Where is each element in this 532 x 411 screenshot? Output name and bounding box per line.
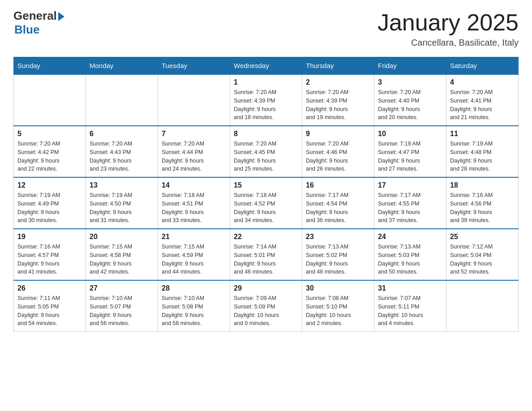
calendar-cell: 19Sunrise: 7:16 AM Sunset: 4:57 PM Dayli… <box>14 229 86 280</box>
day-number: 11 <box>450 130 515 138</box>
day-info: Sunrise: 7:14 AM Sunset: 5:01 PM Dayligh… <box>234 243 298 276</box>
calendar-cell: 25Sunrise: 7:12 AM Sunset: 5:04 PM Dayli… <box>446 229 519 280</box>
day-number: 25 <box>450 233 515 241</box>
day-info: Sunrise: 7:10 AM Sunset: 5:07 PM Dayligh… <box>90 294 154 328</box>
calendar-cell: 13Sunrise: 7:19 AM Sunset: 4:50 PM Dayli… <box>86 177 158 229</box>
calendar-cell: 27Sunrise: 7:10 AM Sunset: 5:07 PM Dayli… <box>86 280 158 332</box>
day-number: 7 <box>162 130 226 138</box>
calendar-day-header: Thursday <box>302 57 374 75</box>
day-info: Sunrise: 7:13 AM Sunset: 5:03 PM Dayligh… <box>378 243 442 276</box>
day-number: 31 <box>378 284 442 292</box>
month-title: January 2025 <box>378 9 519 36</box>
day-info: Sunrise: 7:20 AM Sunset: 4:41 PM Dayligh… <box>450 88 515 122</box>
day-info: Sunrise: 7:16 AM Sunset: 4:56 PM Dayligh… <box>450 191 515 225</box>
title-section: January 2025 Cancellara, Basilicate, Ita… <box>378 9 519 48</box>
calendar-cell: 2Sunrise: 7:20 AM Sunset: 4:39 PM Daylig… <box>302 74 374 126</box>
day-info: Sunrise: 7:20 AM Sunset: 4:46 PM Dayligh… <box>306 140 370 173</box>
day-number: 4 <box>450 78 515 86</box>
calendar-cell: 8Sunrise: 7:20 AM Sunset: 4:45 PM Daylig… <box>230 126 302 177</box>
calendar-week-row: 1Sunrise: 7:20 AM Sunset: 4:39 PM Daylig… <box>14 74 519 126</box>
day-info: Sunrise: 7:15 AM Sunset: 4:59 PM Dayligh… <box>162 243 226 276</box>
calendar-day-header: Friday <box>374 57 446 75</box>
logo-blue-text: Blue <box>14 23 39 37</box>
day-number: 19 <box>17 233 82 241</box>
day-number: 22 <box>234 233 298 241</box>
day-number: 20 <box>90 233 154 241</box>
day-number: 6 <box>90 130 154 138</box>
calendar-cell <box>14 74 86 126</box>
day-number: 23 <box>306 233 370 241</box>
calendar-cell: 9Sunrise: 7:20 AM Sunset: 4:46 PM Daylig… <box>302 126 374 177</box>
calendar-cell: 31Sunrise: 7:07 AM Sunset: 5:11 PM Dayli… <box>374 280 446 332</box>
calendar-cell: 4Sunrise: 7:20 AM Sunset: 4:41 PM Daylig… <box>446 74 519 126</box>
calendar-cell: 28Sunrise: 7:10 AM Sunset: 5:08 PM Dayli… <box>158 280 230 332</box>
calendar-cell: 5Sunrise: 7:20 AM Sunset: 4:42 PM Daylig… <box>14 126 86 177</box>
logo: General Blue <box>13 9 64 37</box>
calendar-cell: 12Sunrise: 7:19 AM Sunset: 4:49 PM Dayli… <box>14 177 86 229</box>
calendar-day-header: Saturday <box>446 57 519 75</box>
calendar-week-row: 5Sunrise: 7:20 AM Sunset: 4:42 PM Daylig… <box>14 126 519 177</box>
day-number: 26 <box>17 284 82 292</box>
calendar-week-row: 26Sunrise: 7:11 AM Sunset: 5:05 PM Dayli… <box>14 280 519 332</box>
calendar-cell: 11Sunrise: 7:19 AM Sunset: 4:48 PM Dayli… <box>446 126 519 177</box>
day-info: Sunrise: 7:20 AM Sunset: 4:39 PM Dayligh… <box>306 88 370 122</box>
calendar-cell: 30Sunrise: 7:08 AM Sunset: 5:10 PM Dayli… <box>302 280 374 332</box>
day-number: 15 <box>234 181 298 189</box>
calendar-cell: 1Sunrise: 7:20 AM Sunset: 4:39 PM Daylig… <box>230 74 302 126</box>
calendar-day-header: Tuesday <box>158 57 230 75</box>
calendar-cell: 15Sunrise: 7:18 AM Sunset: 4:52 PM Dayli… <box>230 177 302 229</box>
calendar-day-header: Wednesday <box>230 57 302 75</box>
calendar-week-row: 19Sunrise: 7:16 AM Sunset: 4:57 PM Dayli… <box>14 229 519 280</box>
calendar-cell: 6Sunrise: 7:20 AM Sunset: 4:43 PM Daylig… <box>86 126 158 177</box>
day-number: 29 <box>234 284 298 292</box>
day-number: 21 <box>162 233 226 241</box>
calendar-cell: 17Sunrise: 7:17 AM Sunset: 4:55 PM Dayli… <box>374 177 446 229</box>
calendar-cell <box>446 280 519 332</box>
day-info: Sunrise: 7:07 AM Sunset: 5:11 PM Dayligh… <box>378 294 442 328</box>
day-info: Sunrise: 7:18 AM Sunset: 4:51 PM Dayligh… <box>162 191 226 225</box>
calendar-cell: 29Sunrise: 7:09 AM Sunset: 5:09 PM Dayli… <box>230 280 302 332</box>
calendar-cell: 7Sunrise: 7:20 AM Sunset: 4:44 PM Daylig… <box>158 126 230 177</box>
day-info: Sunrise: 7:10 AM Sunset: 5:08 PM Dayligh… <box>162 294 226 328</box>
calendar-cell <box>86 74 158 126</box>
day-number: 18 <box>450 181 515 189</box>
calendar-cell: 18Sunrise: 7:16 AM Sunset: 4:56 PM Dayli… <box>446 177 519 229</box>
logo-general-text: General <box>13 9 57 23</box>
location: Cancellara, Basilicate, Italy <box>378 38 519 48</box>
day-info: Sunrise: 7:19 AM Sunset: 4:48 PM Dayligh… <box>450 140 515 173</box>
calendar-cell: 3Sunrise: 7:20 AM Sunset: 4:40 PM Daylig… <box>374 74 446 126</box>
day-info: Sunrise: 7:20 AM Sunset: 4:42 PM Dayligh… <box>17 140 82 173</box>
calendar-header-row: SundayMondayTuesdayWednesdayThursdayFrid… <box>14 57 519 75</box>
calendar-day-header: Sunday <box>14 57 86 75</box>
day-info: Sunrise: 7:19 AM Sunset: 4:47 PM Dayligh… <box>378 140 442 173</box>
logo-arrow-icon <box>58 12 64 21</box>
calendar-cell: 23Sunrise: 7:13 AM Sunset: 5:02 PM Dayli… <box>302 229 374 280</box>
day-info: Sunrise: 7:20 AM Sunset: 4:43 PM Dayligh… <box>90 140 154 173</box>
calendar-cell: 16Sunrise: 7:17 AM Sunset: 4:54 PM Dayli… <box>302 177 374 229</box>
day-info: Sunrise: 7:19 AM Sunset: 4:49 PM Dayligh… <box>17 191 82 225</box>
day-number: 17 <box>378 181 442 189</box>
day-info: Sunrise: 7:18 AM Sunset: 4:52 PM Dayligh… <box>234 191 298 225</box>
day-info: Sunrise: 7:09 AM Sunset: 5:09 PM Dayligh… <box>234 294 298 328</box>
calendar-week-row: 12Sunrise: 7:19 AM Sunset: 4:49 PM Dayli… <box>14 177 519 229</box>
day-info: Sunrise: 7:17 AM Sunset: 4:55 PM Dayligh… <box>378 191 442 225</box>
day-number: 28 <box>162 284 226 292</box>
calendar-cell: 22Sunrise: 7:14 AM Sunset: 5:01 PM Dayli… <box>230 229 302 280</box>
day-info: Sunrise: 7:15 AM Sunset: 4:58 PM Dayligh… <box>90 243 154 276</box>
day-number: 14 <box>162 181 226 189</box>
day-number: 1 <box>234 78 298 86</box>
day-number: 13 <box>90 181 154 189</box>
calendar-day-header: Monday <box>86 57 158 75</box>
calendar-cell: 24Sunrise: 7:13 AM Sunset: 5:03 PM Dayli… <box>374 229 446 280</box>
day-number: 30 <box>306 284 370 292</box>
day-number: 3 <box>378 78 442 86</box>
day-info: Sunrise: 7:12 AM Sunset: 5:04 PM Dayligh… <box>450 243 515 276</box>
day-info: Sunrise: 7:16 AM Sunset: 4:57 PM Dayligh… <box>17 243 82 276</box>
day-number: 5 <box>17 130 82 138</box>
day-info: Sunrise: 7:13 AM Sunset: 5:02 PM Dayligh… <box>306 243 370 276</box>
day-info: Sunrise: 7:19 AM Sunset: 4:50 PM Dayligh… <box>90 191 154 225</box>
calendar-table: SundayMondayTuesdayWednesdayThursdayFrid… <box>13 57 519 332</box>
day-number: 8 <box>234 130 298 138</box>
calendar-cell: 26Sunrise: 7:11 AM Sunset: 5:05 PM Dayli… <box>14 280 86 332</box>
day-number: 27 <box>90 284 154 292</box>
